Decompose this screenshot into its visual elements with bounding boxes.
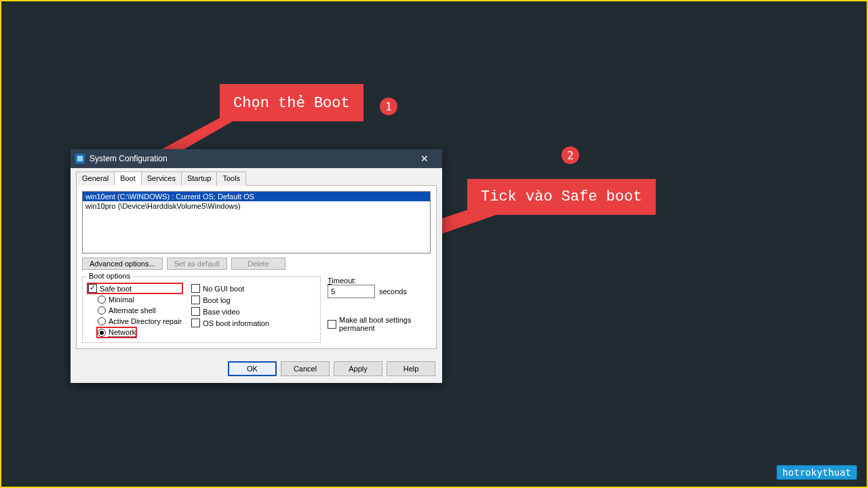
cancel-button[interactable]: Cancel	[281, 361, 330, 376]
radio-ad-repair[interactable]: Active Directory repair	[98, 317, 182, 325]
tab-tools[interactable]: Tools	[216, 171, 246, 186]
tab-general[interactable]: General	[76, 171, 115, 186]
radio-icon	[98, 329, 106, 337]
tab-startup[interactable]: Startup	[181, 171, 217, 186]
checkbox-icon	[191, 284, 200, 293]
radio-icon	[98, 317, 106, 325]
callout-text: Tick vào Safe boot	[481, 188, 642, 205]
callout-safe-boot: Tick vào Safe boot	[467, 179, 656, 215]
dialog-footer: OK Cancel Apply Help	[71, 356, 442, 383]
titlebar[interactable]: System Configuration ✕	[71, 149, 442, 168]
base-video-checkbox[interactable]: Base video	[191, 307, 269, 316]
tabbar: General Boot Services Startup Tools	[76, 171, 437, 186]
group-legend: Boot options	[87, 272, 132, 280]
close-icon: ✕	[420, 153, 429, 164]
system-configuration-dialog: System Configuration ✕ General Boot Serv…	[71, 149, 442, 383]
checkbox-icon	[191, 319, 200, 327]
callout-boot-tab: Chọn thẻ Boot	[220, 84, 363, 121]
tab-content-boot: win10ent (C:\WINDOWS) : Current OS; Defa…	[76, 186, 437, 349]
set-as-default-button[interactable]: Set as default	[167, 258, 227, 270]
timeout-unit: seconds	[379, 287, 407, 296]
checkbox-icon	[88, 284, 97, 293]
timeout-label: Timeout:	[328, 277, 431, 285]
make-permanent-checkbox[interactable]: Make all boot settings permanent	[328, 316, 431, 332]
os-boot-info-checkbox[interactable]: OS boot information	[191, 319, 269, 327]
radio-icon	[98, 296, 106, 304]
advanced-options-button[interactable]: Advanced options...	[82, 258, 163, 270]
os-row[interactable]: win10pro (\Device\HarddiskVolume5\Window…	[83, 201, 430, 211]
tab-services[interactable]: Services	[141, 171, 182, 186]
safe-boot-checkbox[interactable]: Safe boot	[88, 284, 132, 293]
msconfig-icon	[75, 153, 85, 164]
no-gui-boot-checkbox[interactable]: No GUI boot	[191, 284, 269, 293]
ok-button[interactable]: OK	[228, 361, 277, 376]
checkbox-icon	[191, 296, 200, 304]
boot-log-checkbox[interactable]: Boot log	[191, 296, 269, 304]
delete-button[interactable]: Delete	[231, 258, 285, 270]
close-button[interactable]: ✕	[411, 149, 438, 168]
radio-alternate-shell[interactable]: Alternate shell	[98, 306, 182, 314]
callout-text: Chọn thẻ Boot	[233, 94, 350, 112]
radio-minimal[interactable]: Minimal	[98, 296, 182, 304]
step-badge-1: 1	[380, 98, 397, 115]
step-badge-2: 2	[561, 146, 579, 164]
timeout-input[interactable]	[328, 285, 375, 298]
radio-network[interactable]: Network	[98, 328, 136, 337]
boot-options-group: Boot options Safe boot Mini	[82, 277, 321, 343]
checkbox-icon	[191, 307, 200, 316]
radio-icon	[98, 306, 106, 314]
watermark: hotrokythuat	[776, 465, 857, 480]
os-list[interactable]: win10ent (C:\WINDOWS) : Current OS; Defa…	[82, 191, 431, 253]
dialog-title: System Configuration	[90, 154, 167, 163]
os-row-selected[interactable]: win10ent (C:\WINDOWS) : Current OS; Defa…	[83, 192, 430, 201]
help-button[interactable]: Help	[387, 361, 435, 376]
apply-button[interactable]: Apply	[334, 361, 382, 376]
checkbox-icon	[328, 320, 336, 329]
tab-boot[interactable]: Boot	[114, 171, 142, 186]
